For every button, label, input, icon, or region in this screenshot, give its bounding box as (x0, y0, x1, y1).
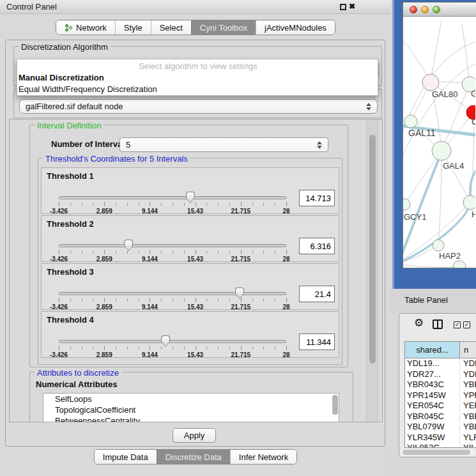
threshold-slider[interactable]: -3.4262.8599.14415.4321.71528 (57, 335, 288, 358)
table-row[interactable]: YPR145WYPR1 (405, 390, 476, 401)
slider-track[interactable] (59, 340, 286, 343)
threshold-slider[interactable]: -3.4262.8599.14415.4321.71528 (57, 191, 288, 214)
column-header-name[interactable]: n (460, 342, 476, 358)
slider-track[interactable] (59, 196, 286, 199)
tab-select[interactable]: Select (151, 20, 191, 35)
table-row[interactable]: YBR045CYBR0 (405, 411, 476, 422)
close-icon[interactable]: ✖ (349, 2, 355, 11)
tick-label: -3.426 (50, 303, 68, 311)
cell-name[interactable]: YER0 (460, 401, 476, 411)
cell-name[interactable]: YLR3 (460, 433, 476, 443)
number-of-intervals-spinner[interactable]: 5 (119, 137, 328, 152)
list-scrollbar[interactable] (332, 395, 338, 415)
cell-shared-name[interactable]: YBR045C (405, 411, 460, 422)
tick-label: 2.859 (96, 208, 112, 215)
tab-infer-network[interactable]: Infer Network (230, 450, 296, 464)
threshold-value-field[interactable] (299, 286, 335, 302)
cell-name[interactable]: YDR2 (460, 369, 476, 380)
threshold-value-field[interactable] (299, 334, 335, 350)
slider-track[interactable] (59, 292, 286, 295)
cell-name[interactable]: YPR1 (460, 390, 476, 401)
number-of-intervals-label: Number of Intervals (51, 139, 129, 149)
cell-shared-name[interactable]: YPR145W (405, 390, 460, 401)
cell-name[interactable]: YDL1 (460, 358, 476, 369)
attribute-list-item[interactable]: TopologicalCoefficient (43, 404, 339, 415)
float-window-icon[interactable] (340, 4, 346, 10)
tab-impute-data[interactable]: Impute Data (95, 450, 157, 464)
zoom-traffic-light-icon[interactable] (433, 6, 440, 13)
threshold-slider[interactable]: -3.4262.8599.14415.4321.71528 (57, 287, 288, 310)
tab-discretize-data[interactable]: Discretize Data (157, 450, 230, 464)
tab-label: Style (124, 23, 142, 33)
table-row[interactable]: YBR043CYBR0 (405, 380, 476, 390)
tick-label: 9.144 (142, 256, 158, 263)
table-row[interactable]: YBL079WYBL0 (405, 422, 476, 433)
threshold-value-field[interactable] (299, 238, 335, 254)
gear-icon[interactable]: ⚙ (414, 316, 424, 330)
discretization-algorithm-group: Discretization Algorithm Select algorith… (13, 46, 382, 86)
threshold-slider[interactable]: -3.4262.8599.14415.4321.71528 (57, 239, 288, 262)
slider-tick-labels: -3.4262.8599.14415.4321.71528 (59, 303, 286, 311)
cell-shared-name[interactable]: YIL052C (405, 443, 460, 448)
cell-name[interactable]: YBL0 (460, 422, 476, 433)
tab-cyni-toolbox[interactable]: Cyni Toolbox (191, 20, 256, 35)
table-row[interactable]: YLR345WYLR3 (405, 433, 476, 443)
interval-definition-group: Interval Definition Number of Intervals … (29, 125, 348, 367)
columns-icon[interactable] (433, 319, 443, 329)
table-data-combobox[interactable]: galFiltered.sif default node (19, 99, 378, 114)
table-row[interactable]: YDL19...YDL1 (405, 358, 476, 369)
threshold-value-field[interactable] (299, 190, 335, 206)
attribute-list-item[interactable]: BetweennessCentrality (43, 415, 339, 422)
tab-label: Impute Data (103, 452, 148, 462)
cell-shared-name[interactable]: YBR043C (405, 380, 460, 390)
cell-shared-name[interactable]: YDR27... (405, 369, 460, 380)
tick-label: 2.859 (96, 256, 112, 263)
network-canvas[interactable]: GAL80 GA GAL11 C GAL4 GCY1 H HAP2 (403, 17, 476, 268)
threshold-panel: Threshold 4 -3.4262.8599.14415.4321.7152… (41, 311, 339, 358)
slider-tick-labels: -3.4262.8599.14415.4321.71528 (59, 256, 286, 263)
slider-tick-labels: -3.4262.8599.14415.4321.71528 (59, 208, 286, 215)
cell-name[interactable]: YBR0 (460, 411, 476, 422)
tick-label: 21.715 (231, 256, 251, 263)
cell-name[interactable]: YBR0 (460, 380, 476, 390)
horizontal-scrollbar-thumb[interactable] (403, 450, 470, 455)
vertical-scrollbar-thumb[interactable] (369, 135, 376, 364)
column-header-shared-name[interactable]: shared... (405, 342, 460, 358)
checkbox-icon[interactable]: ✓ (463, 321, 470, 328)
apply-button[interactable]: Apply (173, 428, 216, 443)
cell-name[interactable]: YIL0 (460, 443, 476, 448)
dropdown-option-equal-width-frequency[interactable]: Equal Width/Frequency Discretization (17, 84, 378, 95)
top-tab-group: NetworkStyleSelectCyni ToolboxjActiveMNo… (56, 20, 335, 35)
node-label-gal4: GAL4 (443, 161, 464, 171)
dropdown-hint-item[interactable]: Select algorithm to view settings (17, 61, 378, 72)
node-bottom (453, 261, 466, 268)
tab-style[interactable]: Style (115, 20, 151, 35)
slider-track[interactable] (59, 244, 286, 247)
close-traffic-light-icon[interactable] (410, 6, 417, 13)
tab-label: Network (76, 23, 107, 33)
horizontal-scrollbar-track[interactable] (401, 449, 475, 456)
tab-label: jActiveMNodules (265, 23, 326, 33)
tab-network[interactable]: Network (56, 20, 115, 35)
minimize-traffic-light-icon[interactable] (421, 6, 429, 13)
cell-shared-name[interactable]: YDL19... (405, 358, 460, 369)
numerical-attributes-label: Numerical Attributes (36, 380, 117, 389)
tick-label: 15.43 (187, 256, 203, 263)
dropdown-option-manual-discretization[interactable]: Manual Discretization (17, 72, 378, 84)
vertical-scrollbar-track[interactable] (366, 119, 378, 422)
tab-jactivemnodules[interactable]: jActiveMNodules (256, 20, 335, 35)
thresholds-group: Threshold's Coordinates for 5 Intervals … (38, 158, 342, 365)
table-row[interactable]: YIL052CYIL0 (405, 443, 476, 448)
checkbox-icon[interactable]: ✓ (454, 321, 461, 328)
cell-shared-name[interactable]: YER054C (405, 401, 460, 411)
attribute-list-item[interactable]: SelfLoops (43, 394, 339, 404)
group-label: Discretization Algorithm (19, 42, 111, 52)
table-row[interactable]: YER054CYER0 (405, 401, 476, 411)
threshold-panel: Threshold 1 -3.4262.8599.14415.4321.7152… (41, 167, 339, 214)
cell-shared-name[interactable]: YBL079W (405, 422, 460, 433)
table-row[interactable]: YDR27...YDR2 (405, 369, 476, 380)
node-table: shared... n YDL19...YDL1YDR27...YDR2YBR0… (404, 341, 476, 448)
numerical-attributes-list[interactable]: SelfLoopsTopologicalCoefficientBetweenne… (43, 393, 339, 422)
cell-shared-name[interactable]: YLR345W (405, 433, 460, 443)
node-label-gcy1: GCY1 (404, 212, 426, 222)
